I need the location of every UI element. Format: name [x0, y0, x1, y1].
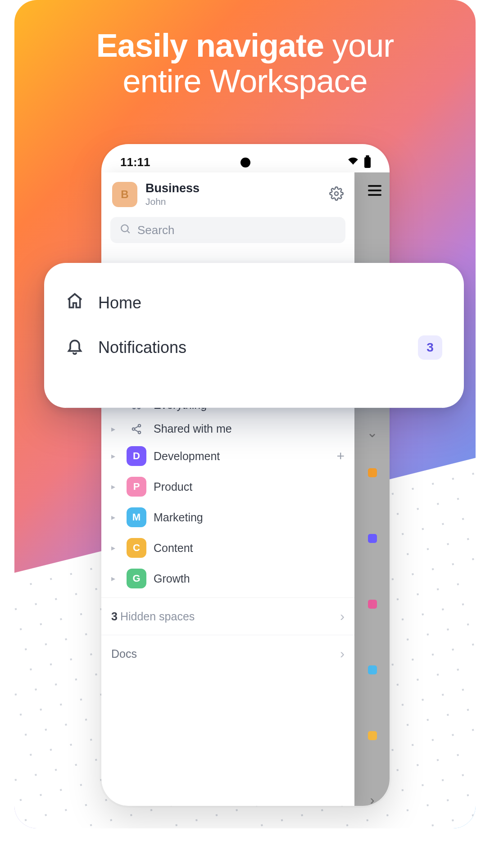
sidebar-item-shared[interactable]: ▸ Shared with me	[101, 417, 354, 441]
nav-item-label: Home	[98, 294, 442, 312]
disclosure-icon[interactable]: ▸	[111, 512, 119, 522]
headline-bold: Easily navigate	[96, 27, 324, 63]
search-input[interactable]: Search	[110, 217, 345, 243]
space-avatar: M	[127, 507, 146, 527]
docs-label: Docs	[111, 647, 137, 660]
hidden-spaces-count: 3	[111, 610, 118, 623]
sidebar-item-space[interactable]: ▸PProduct	[101, 471, 354, 502]
nav-item-label: Notifications	[98, 338, 404, 357]
nav-item-home[interactable]: Home	[66, 281, 442, 325]
disclosure-icon[interactable]: ▸	[111, 543, 119, 553]
svg-point-1	[121, 225, 128, 231]
headline-rest: your	[324, 27, 394, 63]
promo-card: Easily navigate your entire Workspace 11…	[14, 0, 476, 828]
docs-button[interactable]: Docs ›	[101, 635, 354, 672]
hidden-spaces-label: Hidden spaces	[120, 610, 195, 623]
svg-point-7	[132, 428, 135, 430]
sidebar-item-space[interactable]: ▸GGrowth	[101, 563, 354, 594]
wifi-icon	[347, 155, 359, 170]
phone-frame: 11:11 ⌄ ››	[101, 144, 390, 806]
disclosure-icon[interactable]: ▸	[111, 424, 119, 434]
search-placeholder: Search	[137, 223, 174, 237]
workspace-avatar: B	[112, 182, 137, 207]
space-avatar: P	[127, 477, 146, 497]
background-sidebar-icons: ⌄ ››	[367, 425, 378, 806]
space-avatar: G	[127, 569, 146, 588]
space-avatar: C	[127, 538, 146, 558]
space-avatar: D	[127, 446, 146, 466]
sidebar-item-label: Product	[154, 480, 345, 493]
search-icon	[119, 223, 131, 238]
sidebar-item-space[interactable]: ▸MMarketing	[101, 502, 354, 533]
sidebar-item-space[interactable]: ▸DDevelopment+	[101, 441, 354, 471]
workspace-title: Business	[145, 181, 321, 195]
home-icon	[66, 292, 84, 314]
camera-cutout	[240, 158, 250, 167]
disclosure-icon[interactable]: ▸	[111, 574, 119, 583]
headline-line2: entire Workspace	[123, 63, 368, 99]
sidebar-item-label: Development	[154, 450, 329, 463]
workspace-header[interactable]: B Business John	[101, 172, 354, 212]
chevron-down-icon[interactable]: ⌄	[367, 425, 378, 440]
svg-point-6	[138, 424, 141, 426]
chevron-right-icon: ›	[340, 609, 345, 624]
chevron-right-icon[interactable]: ›	[370, 792, 375, 806]
background-space-dot	[368, 731, 377, 740]
spaces-section: Everything ▸ Shared with me ▸DDevelopmen…	[101, 388, 354, 672]
bell-icon	[66, 337, 84, 359]
workspace-user: John	[145, 196, 321, 207]
share-icon	[127, 423, 146, 435]
status-bar: 11:11	[101, 144, 390, 172]
background-space-dot	[368, 534, 377, 543]
background-space-dot	[368, 665, 377, 674]
sidebar-item-label: Growth	[154, 572, 345, 585]
status-time: 11:11	[120, 155, 150, 169]
add-icon[interactable]: +	[336, 448, 345, 464]
hamburger-icon[interactable]	[368, 185, 381, 196]
disclosure-icon[interactable]: ▸	[111, 482, 119, 492]
headline: Easily navigate your entire Workspace	[14, 28, 476, 99]
chevron-right-icon: ›	[340, 646, 345, 661]
sidebar-item-label: Content	[154, 542, 345, 555]
svg-point-8	[138, 431, 141, 433]
hidden-spaces-button[interactable]: 3 Hidden spaces ›	[101, 597, 354, 635]
svg-point-0	[335, 192, 338, 195]
sidebar-item-space[interactable]: ▸CContent	[101, 533, 354, 563]
background-space-dot	[368, 600, 377, 609]
nav-item-notifications[interactable]: Notifications 3	[66, 325, 442, 371]
nav-popover: Home Notifications 3	[44, 263, 464, 408]
battery-icon	[364, 157, 371, 168]
sidebar-item-label: Shared with me	[154, 422, 345, 435]
background-space-dot	[368, 468, 377, 477]
notifications-badge: 3	[418, 335, 442, 360]
sidebar-item-label: Marketing	[154, 511, 345, 524]
disclosure-icon[interactable]: ▸	[111, 451, 119, 461]
gear-icon[interactable]	[329, 186, 344, 203]
